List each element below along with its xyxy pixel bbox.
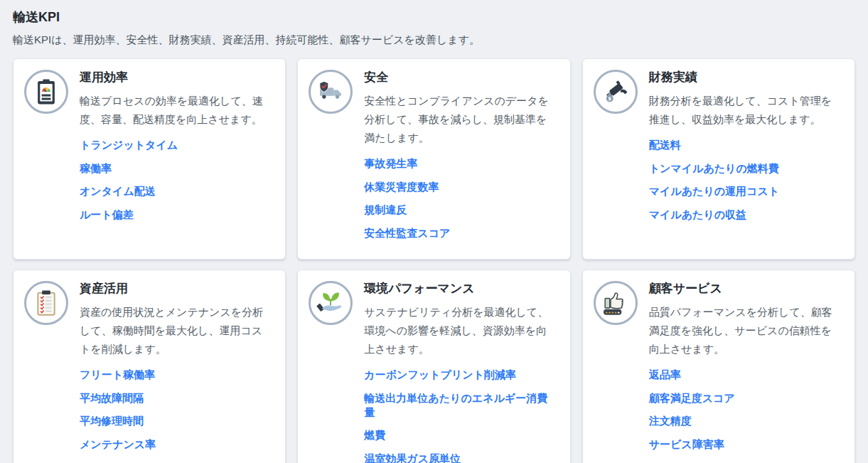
kpi-link[interactable]: 休業災害度数率 <box>364 180 439 194</box>
card-body: 資産活用 資産の使用状況とメンテナンスを分析して、稼働時間を最大化し、運用コスト… <box>80 280 271 460</box>
thumbs-up-stars-icon: ★★★★★ <box>601 288 631 318</box>
kpi-link-list: 事故発生率休業災害度数率規制違反安全性監査スコア <box>364 156 555 240</box>
card-body: 顧客サービス 品質パフォーマンスを分析して、顧客満足度を強化し、サービスの信頼性… <box>649 280 840 460</box>
kpi-link[interactable]: 注文精度 <box>649 414 692 428</box>
card-title: 資産活用 <box>80 281 271 297</box>
gauge-clipboard-icon <box>33 78 60 105</box>
kpi-link[interactable]: 返品率 <box>649 368 681 382</box>
kpi-link-item: 輸送出力単位あたりのエネルギー消費量 <box>364 391 555 420</box>
card-icon-circle: $ <box>594 70 638 114</box>
kpi-link[interactable]: 配送料 <box>649 138 681 152</box>
kpi-link-item: 注文精度 <box>649 414 840 428</box>
kpi-link-list: フリート稼働率平均故障間隔平均修理時間メンテナンス率 <box>80 368 271 452</box>
kpi-link-list: 配送料トンマイルあたりの燃料費マイルあたりの運用コストマイルあたりの収益 <box>649 138 840 222</box>
kpi-link[interactable]: 温室効果ガス原単位 <box>364 452 461 463</box>
card-body: 環境パフォーマンス サステナビリティ分析を最適化して、環境への影響を軽減し、資源… <box>364 280 555 463</box>
card-icon-circle <box>309 281 353 325</box>
card-body: 運用効率 輸送プロセスの効率を最適化して、速度、容量、配送精度を向上させます。 … <box>80 68 271 230</box>
kpi-link[interactable]: 平均故障間隔 <box>80 391 144 405</box>
kpi-link-list: 返品率顧客満足度スコア注文精度サービス障害率 <box>649 368 840 452</box>
kpi-link-item: 事故発生率 <box>364 156 555 171</box>
checklist-clipboard-icon <box>32 289 60 317</box>
kpi-link-item: 平均故障間隔 <box>80 391 271 405</box>
card-icon-circle: ★★★★★ <box>594 281 638 325</box>
kpi-link-item: 返品率 <box>649 368 840 382</box>
page-subtitle: 輸送KPIは、運用効率、安全性、財務実績、資産活用、持続可能性、顧客サービスを改… <box>13 33 855 47</box>
kpi-link-item: 平均修理時間 <box>80 414 271 428</box>
kpi-link-list: カーボンフットプリント削減率輸送出力単位あたりのエネルギー消費量燃費温室効果ガス… <box>364 368 555 463</box>
kpi-link-item: 規制違反 <box>364 203 555 217</box>
kpi-link-item: 配送料 <box>649 138 840 152</box>
kpi-card-6: ★★★★★ 顧客サービス 品質パフォーマンスを分析して、顧客満足度を強化し、サー… <box>582 270 855 463</box>
kpi-card-3: $ 財務実績 財務分析を最適化して、コスト管理を推進し、収益効率を最大化します。… <box>582 58 855 260</box>
kpi-link[interactable]: ルート偏差 <box>80 208 134 222</box>
card-description: 財務分析を最適化して、コスト管理を推進し、収益効率を最大化します。 <box>649 92 840 129</box>
kpi-link-item: フリート稼働率 <box>80 368 271 382</box>
kpi-link[interactable]: メンテナンス率 <box>80 437 156 452</box>
kpi-link-item: 顧客満足度スコア <box>649 391 840 405</box>
card-title: 安全 <box>364 70 555 85</box>
kpi-link-item: カーボンフットプリント削減率 <box>364 368 555 382</box>
kpi-link[interactable]: 輸送出力単位あたりのエネルギー消費量 <box>364 391 555 420</box>
kpi-link[interactable]: サービス障害率 <box>649 437 724 452</box>
page-title: 輸送KPI <box>13 9 855 26</box>
kpi-link[interactable]: トランジットタイム <box>80 138 178 152</box>
card-title: 環境パフォーマンス <box>364 281 555 297</box>
kpi-link-item: メンテナンス率 <box>80 437 271 452</box>
kpi-link[interactable]: トンマイルあたりの燃料費 <box>649 161 779 176</box>
kpi-link[interactable]: 平均修理時間 <box>80 414 144 428</box>
kpi-link-item: サービス障害率 <box>649 437 840 452</box>
card-icon-circle <box>24 70 68 114</box>
kpi-link-item: マイルあたりの運用コスト <box>649 184 840 198</box>
truck-shield-icon <box>316 78 345 106</box>
kpi-link-item: ルート偏差 <box>80 208 271 222</box>
card-icon-circle <box>24 281 68 325</box>
card-body: 安全 安全性とコンプライアンスのデータを分析して、事故を減らし、規制基準を満たし… <box>364 68 555 249</box>
kpi-link-item: 安全性監査スコア <box>364 226 555 240</box>
card-body: 財務実績 財務分析を最適化して、コスト管理を推進し、収益効率を最大化します。 配… <box>649 68 840 230</box>
card-description: 品質パフォーマンスを分析して、顧客満足度を強化し、サービスの信頼性を向上させます… <box>649 303 840 358</box>
kpi-link[interactable]: オンタイム配送 <box>80 184 156 198</box>
card-title: 運用効率 <box>80 70 271 85</box>
kpi-link[interactable]: 事故発生率 <box>364 156 417 171</box>
eco-hand-icon <box>316 288 345 318</box>
kpi-card-1: 運用効率 輸送プロセスの効率を最適化して、速度、容量、配送精度を向上させます。 … <box>13 58 286 260</box>
card-description: 安全性とコンプライアンスのデータを分析して、事故を減らし、規制基準を満たします。 <box>364 92 555 147</box>
kpi-card-5: 環境パフォーマンス サステナビリティ分析を最適化して、環境への影響を軽減し、資源… <box>297 270 570 463</box>
svg-text:★★★★★: ★★★★★ <box>605 311 620 314</box>
card-icon-circle <box>309 70 353 114</box>
kpi-link[interactable]: カーボンフットプリント削減率 <box>364 368 516 382</box>
kpi-link-item: 燃費 <box>364 428 555 442</box>
kpi-link-item: トランジットタイム <box>80 138 271 152</box>
svg-text:$: $ <box>608 95 611 102</box>
kpi-link-item: 稼働率 <box>80 161 271 176</box>
kpi-link-item: 温室効果ガス原単位 <box>364 452 555 463</box>
kpi-catalog-page: 輸送KPI 輸送KPIは、運用効率、安全性、財務実績、資産活用、持続可能性、顧客… <box>0 0 868 463</box>
card-description: サステナビリティ分析を最適化して、環境への影響を軽減し、資源効率を向上させます。 <box>364 303 555 358</box>
kpi-link-list: トランジットタイム稼働率オンタイム配送ルート偏差 <box>80 138 271 222</box>
kpi-link[interactable]: フリート稼働率 <box>80 368 155 382</box>
kpi-link[interactable]: 稼働率 <box>80 161 112 176</box>
kpi-card-grid: 運用効率 輸送プロセスの効率を最適化して、速度、容量、配送精度を向上させます。 … <box>13 58 855 463</box>
kpi-link[interactable]: マイルあたりの収益 <box>649 208 746 222</box>
kpi-link[interactable]: マイルあたりの運用コスト <box>649 184 780 198</box>
page-header: 輸送KPI 輸送KPIは、運用効率、安全性、財務実績、資産活用、持続可能性、顧客… <box>13 9 855 47</box>
card-title: 顧客サービス <box>649 281 840 297</box>
kpi-link-item: マイルあたりの収益 <box>649 208 840 222</box>
fuel-cost-icon: $ <box>601 78 630 106</box>
kpi-link[interactable]: 顧客満足度スコア <box>649 391 735 405</box>
kpi-link-item: 休業災害度数率 <box>364 180 555 194</box>
kpi-card-2: 安全 安全性とコンプライアンスのデータを分析して、事故を減らし、規制基準を満たし… <box>297 58 570 260</box>
card-title: 財務実績 <box>649 70 840 85</box>
card-description: 輸送プロセスの効率を最適化して、速度、容量、配送精度を向上させます。 <box>80 92 271 129</box>
kpi-link[interactable]: 規制違反 <box>364 203 407 217</box>
kpi-card-4: 資産活用 資産の使用状況とメンテナンスを分析して、稼働時間を最大化し、運用コスト… <box>13 270 286 463</box>
kpi-link-item: トンマイルあたりの燃料費 <box>649 161 840 176</box>
kpi-link[interactable]: 燃費 <box>364 428 385 442</box>
kpi-link[interactable]: 安全性監査スコア <box>364 226 450 240</box>
card-description: 資産の使用状況とメンテナンスを分析して、稼働時間を最大化し、運用コストを削減しま… <box>80 303 271 358</box>
kpi-link-item: オンタイム配送 <box>80 184 271 198</box>
